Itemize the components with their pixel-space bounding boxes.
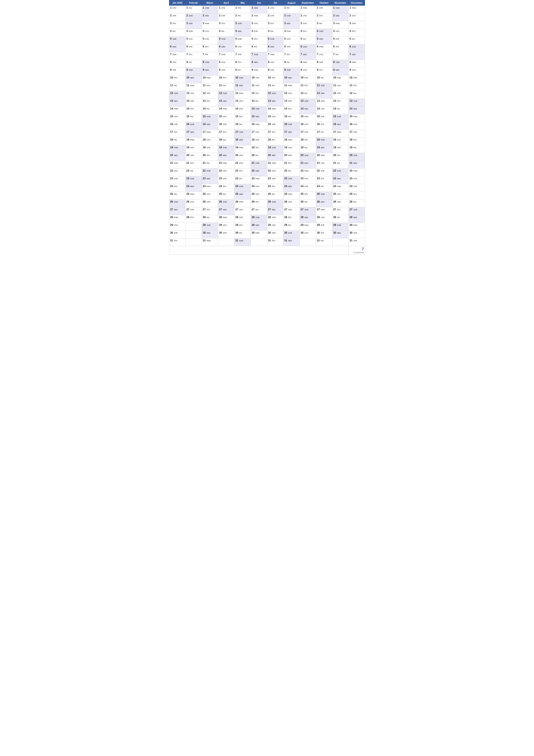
day-number: 11: [235, 84, 238, 87]
day-cell: 8 PIA: [185, 60, 202, 68]
day-cell: 16 STR: [218, 122, 235, 130]
day-abbreviation: PIA: [239, 177, 242, 180]
day-number: 7: [349, 53, 351, 56]
day-number: 13: [170, 99, 173, 102]
day-abbreviation: UTO: [205, 30, 209, 32]
day-abbreviation: UTO: [320, 162, 324, 164]
calendar-row-27: 27 NED27 STR27 ŠTV27 NED27 UTO27 PIA27 N…: [169, 207, 365, 215]
day-number: 14: [219, 107, 222, 110]
day-number: 6: [235, 45, 237, 48]
day-abbreviation: UTO: [222, 170, 227, 172]
day-cell: 17 ŠTV: [218, 130, 235, 138]
day-cell: 6 NED: [267, 44, 283, 52]
day-abbreviation: NED: [271, 209, 276, 211]
month-header-december: December: [349, 0, 365, 6]
day-number: 13: [235, 99, 238, 102]
day-abbreviation: STR: [222, 232, 226, 234]
day-cell: 5 PIA: [300, 37, 316, 44]
day-abbreviation: ŠTV: [271, 240, 275, 242]
day-cell: 15 SOB: [202, 114, 218, 122]
day-cell: 8 NED: [251, 60, 267, 68]
day-abbreviation: ŠTV: [237, 7, 242, 9]
day-cell: 13 STR: [283, 99, 300, 106]
day-cell: [185, 230, 202, 238]
day-number: 3: [349, 22, 351, 25]
day-cell: 2 SOB: [185, 14, 202, 21]
day-abbreviation: PON: [255, 232, 260, 234]
day-abbreviation: SOB: [353, 100, 357, 102]
day-abbreviation: PIA: [188, 7, 192, 9]
day-number: 27: [235, 208, 238, 211]
day-number: 20: [235, 154, 238, 157]
day-abbreviation: STR: [337, 92, 341, 94]
calendar-row-18: 18 PIA18 PON18 UTO18 PIA18 NED18 STR18 P…: [169, 138, 365, 145]
day-number: 28: [284, 216, 287, 219]
day-abbreviation: PON: [286, 30, 291, 32]
day-cell: 1 ŠTV: [235, 6, 251, 14]
day-number: 12: [284, 92, 287, 94]
day-abbreviation: STR: [353, 77, 357, 79]
day-abbreviation: ŠTV: [302, 30, 307, 32]
day-cell: 18 SOB: [316, 138, 332, 145]
day-abbreviation: NED: [320, 147, 324, 149]
day-cell: 1 PIA: [283, 6, 300, 14]
day-abbreviation: UTO: [253, 22, 258, 25]
day-number: 9: [349, 68, 351, 71]
day-cell: 15 PIA: [283, 114, 300, 122]
day-number: 21: [333, 161, 336, 164]
day-number: 9: [284, 68, 286, 71]
day-abbreviation: NED: [205, 69, 209, 71]
day-number: 22: [187, 169, 189, 172]
day-number: 29: [317, 224, 320, 227]
day-cell: 18 UTO: [332, 138, 349, 145]
day-cell: 25 STR: [251, 192, 267, 200]
day-cell: 8 ŠTV: [235, 60, 251, 68]
day-number: 21: [284, 161, 287, 164]
day-abbreviation: SOB: [172, 38, 177, 40]
day-cell: 29 UTO: [218, 223, 235, 230]
day-abbreviation: UTO: [173, 170, 178, 172]
day-number: 22: [333, 169, 336, 172]
day-number: 12: [219, 92, 222, 94]
day-cell: 6 UTO: [235, 44, 251, 52]
day-cell: 21 PIA: [202, 161, 218, 169]
day-number: 23: [235, 177, 238, 180]
day-number: 24: [252, 185, 255, 188]
day-abbreviation: PON: [190, 193, 194, 195]
day-number: 5: [252, 37, 253, 40]
day-number: 22: [317, 169, 320, 172]
day-cell: 7 NED: [349, 52, 365, 60]
day-abbreviation: PIA: [353, 147, 357, 149]
day-abbreviation: SOB: [239, 77, 243, 79]
day-cell: 14 PON: [267, 106, 283, 114]
day-abbreviation: NED: [337, 123, 341, 125]
day-number: 23: [284, 177, 287, 180]
day-number: 10: [252, 76, 255, 79]
day-number: 1: [301, 6, 302, 9]
day-cell: 5 ŠTV: [251, 37, 267, 44]
day-abbreviation: UTO: [351, 15, 356, 17]
day-cell: 22 UTO: [169, 169, 186, 176]
day-cell: 12 PIA: [349, 91, 365, 99]
day-number: 12: [187, 92, 189, 94]
day-number: 15: [219, 115, 222, 118]
day-cell: 6 NED: [218, 44, 235, 52]
day-number: 31: [317, 239, 320, 242]
day-number: 4: [203, 30, 204, 33]
day-abbreviation: STR: [222, 123, 226, 125]
day-abbreviation: STR: [221, 69, 225, 71]
day-number: 25: [203, 192, 206, 196]
day-abbreviation: SOB: [206, 170, 211, 172]
day-abbreviation: PIA: [319, 22, 322, 25]
day-cell: 22 ŠTV: [235, 169, 251, 176]
day-abbreviation: UTO: [288, 92, 292, 94]
day-number: 31: [235, 239, 238, 242]
day-cell: 19 ŠTV: [251, 145, 267, 153]
day-cell: 13 PON: [316, 99, 332, 106]
day-cell: 1 STR: [316, 6, 332, 14]
day-abbreviation: PON: [288, 139, 292, 141]
calendar-row-20: 20 NED20 STR20 ŠTV20 NED20 UTO20 PIA20 N…: [169, 153, 365, 161]
day-abbreviation: PON: [253, 15, 258, 17]
day-number: 8: [317, 61, 318, 64]
day-number: 21: [203, 161, 206, 164]
